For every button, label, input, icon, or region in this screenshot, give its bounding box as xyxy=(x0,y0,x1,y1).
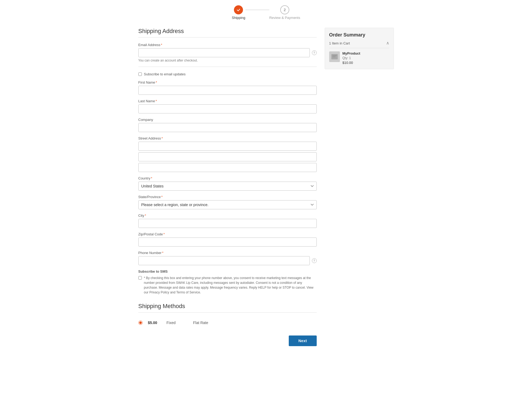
product-thumb-svg xyxy=(329,51,340,62)
product-row: MyProduct Qty: 1 $10.00 xyxy=(329,51,389,65)
street-address-field-group: Street Address* xyxy=(138,136,317,172)
product-thumbnail xyxy=(329,51,340,62)
company-input[interactable] xyxy=(138,123,317,132)
state-field-group: State/Province* Please select a region, … xyxy=(138,195,317,209)
company-field-group: Company xyxy=(138,118,317,132)
collapse-button[interactable]: ∧ xyxy=(386,41,389,45)
zip-label: Zip/Postal Code* xyxy=(138,232,317,236)
sms-checkbox[interactable] xyxy=(138,276,142,280)
step-review: 2 Review & Payments xyxy=(269,5,300,20)
shipping-methods-title: Shipping Methods xyxy=(138,303,317,310)
form-divider xyxy=(138,37,317,38)
shipping-radio-flat[interactable] xyxy=(138,321,143,325)
email-input[interactable] xyxy=(138,48,310,57)
first-name-input[interactable] xyxy=(138,86,317,95)
shipping-method-row: $5.00 Fixed Flat Rate xyxy=(138,318,317,328)
phone-field-group: Phone Number* ? xyxy=(138,251,317,265)
street-inputs xyxy=(138,142,317,172)
street-address-line1[interactable] xyxy=(138,142,317,151)
shipping-type: Fixed xyxy=(167,321,188,325)
last-name-input[interactable] xyxy=(138,104,317,113)
sms-title: Subscribe to SMS xyxy=(138,269,317,273)
first-name-label: First Name* xyxy=(138,80,317,84)
subscribe-email-checkbox[interactable] xyxy=(138,72,142,76)
street-address-line3[interactable] xyxy=(138,163,317,172)
step-connector xyxy=(245,10,269,10)
state-select[interactable]: Please select a region, state or provinc… xyxy=(138,200,317,209)
company-label: Company xyxy=(138,118,317,122)
zip-required-star: * xyxy=(163,232,165,236)
next-btn-row: Next xyxy=(138,335,317,346)
order-summary-box: Order Summary 1 Item in Cart ∧ xyxy=(325,28,394,69)
check-icon xyxy=(237,8,240,12)
email-help-icon[interactable]: ? xyxy=(312,50,317,55)
next-button[interactable]: Next xyxy=(289,335,316,346)
email-required-star: * xyxy=(161,43,162,47)
last-name-required-star: * xyxy=(155,99,157,103)
step-review-circle: 2 xyxy=(280,5,289,14)
step-shipping-circle xyxy=(234,5,243,14)
subscribe-email-label[interactable]: Subscribe to email updates xyxy=(144,72,186,76)
step-shipping: Shipping xyxy=(232,5,245,20)
phone-required-star: * xyxy=(162,251,163,255)
city-label: City* xyxy=(138,214,317,218)
phone-help-icon[interactable]: ? xyxy=(312,258,317,263)
shipping-name: Flat Rate xyxy=(193,321,208,325)
shipping-methods-section: Shipping Methods $5.00 Fixed Flat Rate xyxy=(138,303,317,328)
zip-field-group: Zip/Postal Code* xyxy=(138,232,317,247)
step-shipping-label: Shipping xyxy=(232,16,245,20)
email-row: ? xyxy=(138,48,317,57)
shipping-form: Shipping Address Email Address* ? You ca… xyxy=(138,28,317,346)
subscribe-email-row: Subscribe to email updates xyxy=(138,72,317,76)
street-address-line2[interactable] xyxy=(138,152,317,161)
phone-label: Phone Number* xyxy=(138,251,317,255)
product-info: MyProduct Qty: 1 $10.00 xyxy=(343,51,389,65)
last-name-field-group: Last Name* xyxy=(138,99,317,113)
step-review-label: Review & Payments xyxy=(269,16,300,20)
order-summary-section: Order Summary 1 Item in Cart ∧ xyxy=(325,28,394,69)
city-input[interactable] xyxy=(138,219,317,228)
shipping-methods-divider xyxy=(138,312,317,313)
email-label: Email Address* xyxy=(138,43,317,47)
product-price: $10.00 xyxy=(343,61,389,65)
state-required-star: * xyxy=(161,195,163,199)
email-hint: You can create an account after checkout… xyxy=(138,59,317,62)
zip-input[interactable] xyxy=(138,238,317,247)
first-name-required-star: * xyxy=(156,80,157,84)
street-address-label: Street Address* xyxy=(138,136,317,140)
cart-count-label: 1 Item in Cart xyxy=(329,41,350,45)
sms-text: * By checking this box and entering your… xyxy=(144,276,317,295)
cart-count-row: 1 Item in Cart ∧ xyxy=(329,41,389,48)
divider-1 xyxy=(138,67,317,67)
country-label: Country* xyxy=(138,176,317,180)
form-title: Shipping Address xyxy=(138,28,317,35)
product-qty: Qty: 1 xyxy=(343,56,389,60)
sms-section: Subscribe to SMS * By checking this box … xyxy=(138,269,317,295)
last-name-label: Last Name* xyxy=(138,99,317,103)
shipping-price: $5.00 xyxy=(148,321,161,325)
sms-row: * By checking this box and entering your… xyxy=(138,276,317,295)
country-field-group: Country* United States Canada United Kin… xyxy=(138,176,317,191)
city-field-group: City* xyxy=(138,214,317,228)
phone-input[interactable] xyxy=(138,256,310,265)
product-name: MyProduct xyxy=(343,51,389,55)
order-summary-title: Order Summary xyxy=(329,32,389,38)
city-required-star: * xyxy=(145,214,146,218)
street-required-star: * xyxy=(162,136,163,140)
first-name-field-group: First Name* xyxy=(138,80,317,95)
email-field-group: Email Address* ? You can create an accou… xyxy=(138,43,317,62)
svg-rect-2 xyxy=(332,55,337,56)
country-select[interactable]: United States Canada United Kingdom xyxy=(138,182,317,191)
phone-row: ? xyxy=(138,256,317,265)
state-label: State/Province* xyxy=(138,195,317,199)
country-required-star: * xyxy=(151,176,152,180)
svg-rect-3 xyxy=(332,56,336,57)
